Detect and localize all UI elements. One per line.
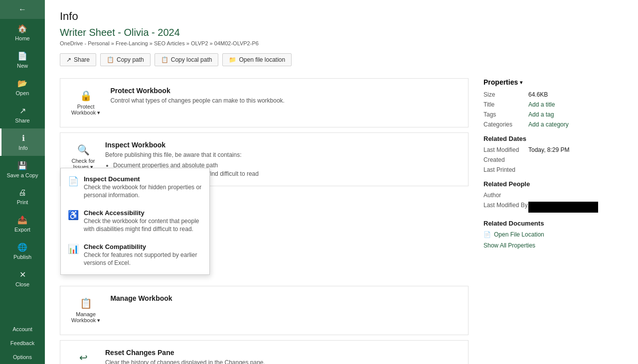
inspect-doc-text: Inspect Document Check the workbook for … [84, 175, 202, 199]
sidebar-item-open[interactable]: 📂 Open [0, 74, 45, 101]
manage-button[interactable]: 📋 ManageWorkbook ▾ [68, 294, 103, 327]
properties-caret: ▾ [520, 80, 522, 85]
compatibility-title: Check Compatibility [84, 243, 202, 250]
related-dates-header: Related Dates [483, 135, 623, 142]
compatibility-icon: 📊 [68, 243, 79, 254]
prop-title: Title Add a title [483, 101, 623, 108]
sidebar-item-share[interactable]: ↗ Share [0, 101, 45, 128]
manage-icon: 📋 [80, 297, 92, 309]
compatibility-text: Check Compatibility Check for features n… [84, 243, 202, 267]
sidebar-back[interactable]: ← [0, 0, 45, 19]
sidebar-item-feedback[interactable]: Feedback [0, 336, 45, 350]
accessibility-text: Check Accessibility Check the workbook f… [84, 209, 202, 233]
compatibility-desc: Check for features not supported by earl… [84, 251, 197, 266]
open-location-label: Open file location [239, 56, 285, 63]
sidebar-item-account[interactable]: Account [0, 322, 45, 336]
sidebar-item-label: Info [18, 145, 27, 151]
share-btn-icon: ↗ [66, 56, 71, 63]
sidebar-item-label: Export [14, 227, 30, 233]
prop-tags-value[interactable]: Add a tag [528, 111, 554, 118]
open-location-button[interactable]: 📁 Open file location [222, 53, 292, 66]
left-panel: 🔒 ProtectWorkbook ▾ Protect Workbook Con… [60, 78, 469, 364]
inspect-doc-title: Inspect Document [84, 175, 202, 183]
related-dates-rows: Last Modified Today, 8:29 PM Created Las… [483, 146, 623, 173]
export-icon: 📤 [17, 215, 27, 225]
author-label: Author [483, 192, 528, 199]
copy-path-label: Copy path [117, 56, 144, 63]
share-button[interactable]: ↗ Share [60, 53, 96, 66]
check-accessibility-item[interactable]: ♿ Check Accessibility Check the workbook… [61, 204, 209, 238]
related-people-header: Related People [483, 180, 623, 188]
sidebar-item-export[interactable]: 📤 Export [0, 210, 45, 238]
reset-icon: ↩ [79, 352, 88, 364]
manage-btn-label: ManageWorkbook ▾ [71, 311, 100, 324]
sidebar-item-print[interactable]: 🖨 Print [0, 183, 45, 210]
inspect-doc-desc: Check the workbook for hidden properties… [84, 184, 201, 199]
protect-desc: Control what types of changes people can… [110, 97, 285, 105]
sidebar: ← 🏠 Home 📄 New 📂 Open ↗ Share ℹ Info 💾 S… [0, 0, 45, 364]
prop-last-printed: Last Printed [483, 166, 623, 173]
prop-categories-value[interactable]: Add a category [528, 121, 569, 128]
prop-title-value[interactable]: Add a title [528, 101, 555, 108]
sidebar-item-info[interactable]: ℹ Info [0, 128, 45, 156]
properties-title: Properties [483, 78, 518, 86]
sidebar-item-new[interactable]: 📄 New [0, 46, 45, 74]
prop-created: Created [483, 156, 623, 163]
publish-icon: 🌐 [17, 243, 27, 252]
sidebar-item-label: Share [15, 118, 29, 123]
accessibility-icon: ♿ [68, 210, 79, 221]
protect-section: 🔒 ProtectWorkbook ▾ Protect Workbook Con… [60, 78, 469, 127]
manage-section: 📋 ManageWorkbook ▾ Manage Workbook [60, 286, 469, 335]
check-issues-dropdown: 📄 Inspect Document Check the workbook fo… [60, 168, 210, 275]
protect-button[interactable]: 🔒 ProtectWorkbook ▾ [68, 87, 103, 119]
account-label: Account [12, 326, 32, 332]
copy-local-button[interactable]: 📋 Copy local path [155, 53, 219, 66]
sidebar-item-label: Save a Copy [7, 172, 38, 178]
check-issues-icon: 🔍 [77, 144, 90, 156]
properties-header: Properties ▾ [483, 78, 623, 86]
check-compatibility-item[interactable]: 📊 Check Compatibility Check for features… [61, 238, 209, 272]
sidebar-item-save-copy[interactable]: 💾 Save a Copy [0, 156, 45, 183]
modified-by-value [528, 202, 598, 213]
accessibility-desc: Check the workbook for content that peop… [84, 218, 199, 233]
reset-title: Reset Changes Pane [105, 349, 265, 357]
related-people-rows: Author Last Modified By [483, 192, 623, 213]
show-all-properties-link[interactable]: Show All Properties [483, 242, 623, 249]
prop-tags-label: Tags [483, 111, 528, 118]
sidebar-item-options[interactable]: Options [0, 350, 45, 364]
main-content: Info Writer Sheet - Olivia - 2024 OneDri… [45, 0, 638, 364]
open-file-location-link[interactable]: 📄 Open File Location [483, 231, 623, 238]
protect-title: Protect Workbook [110, 87, 285, 95]
sidebar-bottom: Account Feedback Options [0, 322, 45, 364]
page-heading: Info [60, 10, 623, 23]
related-docs-header: Related Documents [483, 220, 623, 227]
reset-button[interactable]: ↩ ResetChanges [68, 349, 98, 364]
sidebar-item-close[interactable]: ✕ Close [0, 265, 45, 292]
sidebar-item-publish[interactable]: 🌐 Publish [0, 238, 45, 265]
last-modified-value: Today, 8:29 PM [528, 146, 570, 153]
prop-last-modified: Last Modified Today, 8:29 PM [483, 146, 623, 153]
prop-size: Size 64.6KB [483, 91, 623, 98]
prop-title-label: Title [483, 101, 528, 108]
sidebar-item-label: Publish [13, 254, 31, 260]
print-icon: 🖨 [18, 188, 26, 197]
share-icon: ↗ [19, 106, 26, 116]
prop-size-label: Size [483, 91, 528, 98]
copy-local-icon: 📋 [161, 56, 168, 63]
back-icon: ← [18, 5, 26, 14]
sidebar-item-home[interactable]: 🏠 Home [0, 19, 45, 46]
inspect-document-item[interactable]: 📄 Inspect Document Check the workbook fo… [61, 170, 209, 204]
sidebar-item-label: Open [16, 90, 29, 96]
save-copy-icon: 💾 [17, 161, 27, 170]
reset-section: ↩ ResetChanges Reset Changes Pane Clear … [60, 340, 469, 364]
properties-rows: Size 64.6KB Title Add a title Tags Add a… [483, 91, 623, 128]
prop-categories-label: Categories [483, 121, 528, 128]
sidebar-item-label: Print [17, 199, 28, 205]
protect-icon: 🔒 [80, 90, 92, 102]
manage-title: Manage Workbook [110, 294, 172, 302]
prop-tags: Tags Add a tag [483, 111, 623, 118]
copy-path-button[interactable]: 📋 Copy path [100, 53, 151, 66]
sidebar-item-label: Close [15, 281, 29, 287]
copy-path-icon: 📋 [107, 56, 114, 63]
reset-text: Reset Changes Pane Clear the history of … [105, 349, 265, 364]
